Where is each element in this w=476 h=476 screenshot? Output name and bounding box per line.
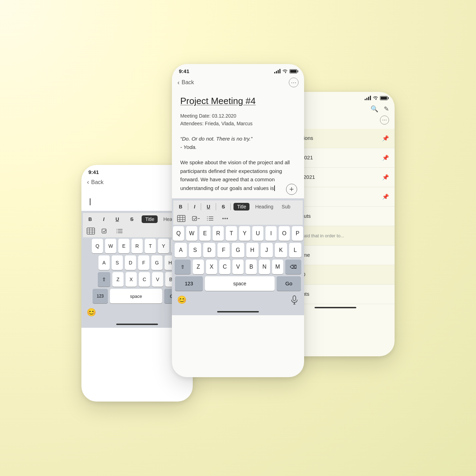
key-x-l[interactable]: X (126, 272, 137, 287)
home-bar-line-center (217, 311, 259, 312)
key-w[interactable]: W (186, 226, 197, 241)
note-body-text: We spoke about the vision of the project… (180, 159, 290, 191)
italic-btn-left[interactable]: I (100, 215, 107, 223)
strikethrough-btn-left[interactable]: S (127, 215, 136, 223)
key-k[interactable]: K (275, 243, 287, 257)
key-r[interactable]: R (213, 226, 224, 241)
key-space-l[interactable]: space (110, 289, 162, 303)
title-style-btn-left[interactable]: Title (142, 215, 158, 223)
status-icons-center (274, 69, 297, 73)
svg-rect-19 (87, 228, 95, 234)
checklist-icon[interactable] (191, 214, 201, 223)
bold-btn-left[interactable]: B (86, 215, 95, 223)
key-s-l[interactable]: S (112, 255, 123, 270)
key-i[interactable]: I (265, 226, 277, 241)
key-w-l[interactable]: W (105, 239, 116, 253)
key-p[interactable]: P (292, 226, 303, 241)
wifi-icon-center (282, 69, 288, 73)
key-o[interactable]: O (279, 226, 290, 241)
table-icon-left[interactable] (86, 227, 96, 235)
more-button-center[interactable]: ⋯ (289, 78, 299, 87)
key-j[interactable]: J (261, 243, 273, 257)
note-body: We spoke about the vision of the project… (180, 158, 296, 193)
battery-icon-center (289, 69, 297, 73)
key-x[interactable]: X (206, 260, 217, 274)
more-format-icon[interactable] (220, 214, 230, 223)
divider (201, 203, 201, 210)
key-r-l[interactable]: R (132, 239, 143, 253)
underline-btn-left[interactable]: U (113, 215, 122, 223)
key-space[interactable]: space (205, 276, 275, 291)
key-d[interactable]: D (203, 243, 215, 257)
kb-row-4: 123 space Go (175, 276, 301, 291)
key-d-l[interactable]: D (125, 255, 136, 270)
format-bar-2 (173, 213, 303, 225)
key-b[interactable]: B (246, 260, 257, 274)
key-f[interactable]: F (217, 243, 230, 257)
note-content-area[interactable]: Project Meeting #4 Meeting Date: 03.12.2… (172, 90, 304, 198)
emoji-key[interactable]: 😊 (175, 293, 189, 307)
key-g-l[interactable]: G (151, 255, 162, 270)
compose-icon[interactable]: ✎ (384, 105, 389, 113)
note-title: Project Meeting #4 (180, 96, 296, 106)
key-v[interactable]: V (232, 260, 244, 274)
wifi-icon (373, 96, 378, 100)
svg-point-14 (224, 218, 226, 219)
key-q-l[interactable]: Q (92, 239, 103, 253)
underline-btn[interactable]: U (204, 203, 213, 211)
blank-cursor (90, 198, 90, 205)
key-a-l[interactable]: A (98, 255, 110, 270)
sub-style-btn[interactable]: Sub (279, 203, 293, 211)
key-123-l[interactable]: 123 (93, 289, 108, 303)
key-shift[interactable]: ⇧ (175, 260, 191, 274)
key-s[interactable]: S (189, 243, 201, 257)
divider (230, 203, 231, 210)
key-l[interactable]: L (289, 243, 301, 257)
pin-icon: 📌 (382, 135, 389, 142)
key-c[interactable]: C (219, 260, 230, 274)
key-shift-l[interactable]: ⇧ (98, 272, 110, 287)
key-e[interactable]: E (199, 226, 211, 241)
back-button-center[interactable]: ‹ Back (177, 79, 194, 86)
title-style-btn[interactable]: Title (233, 203, 249, 211)
key-c-l[interactable]: C (139, 272, 150, 287)
pin-icon: 📌 (382, 174, 389, 181)
bold-btn[interactable]: B (176, 203, 185, 211)
key-delete[interactable]: ⌫ (285, 260, 301, 274)
mic-key[interactable] (287, 293, 301, 307)
header-icons: 🔍 ✎ (371, 105, 389, 113)
key-u[interactable]: U (252, 226, 263, 241)
key-y-l[interactable]: Y (158, 239, 169, 253)
format-bar-1: B I U S Title Heading Sub (173, 200, 303, 213)
list-more-btn[interactable]: ⋯ (380, 116, 389, 125)
bullet-list-icon[interactable] (205, 214, 216, 223)
key-z-l[interactable]: Z (112, 272, 124, 287)
key-g[interactable]: G (232, 243, 244, 257)
strikethrough-btn[interactable]: S (219, 203, 228, 211)
back-button-left[interactable]: ‹ Back (87, 178, 104, 186)
emoji-key-left[interactable]: 😊 (84, 306, 98, 319)
svg-rect-5 (192, 216, 197, 221)
table-icon[interactable] (176, 214, 187, 223)
add-button[interactable]: + (286, 184, 297, 195)
key-t[interactable]: T (226, 226, 237, 241)
bullet-list-icon-left[interactable] (115, 227, 125, 235)
key-n[interactable]: N (259, 260, 270, 274)
italic-btn[interactable]: I (191, 203, 198, 211)
key-z[interactable]: Z (193, 260, 204, 274)
key-q[interactable]: Q (173, 226, 184, 241)
checklist-icon-left[interactable] (100, 227, 111, 235)
key-h[interactable]: H (246, 243, 259, 257)
key-e-l[interactable]: E (118, 239, 129, 253)
key-a[interactable]: A (175, 243, 187, 257)
key-123[interactable]: 123 (175, 276, 203, 291)
key-go[interactable]: Go (277, 276, 301, 291)
status-time-left: 9:41 (88, 169, 99, 175)
key-f-l[interactable]: F (138, 255, 149, 270)
key-v-l[interactable]: V (152, 272, 163, 287)
heading-style-btn[interactable]: Heading (252, 203, 276, 211)
key-m[interactable]: M (272, 260, 283, 274)
key-y[interactable]: Y (239, 226, 250, 241)
key-t-l[interactable]: T (145, 239, 156, 253)
search-icon[interactable]: 🔍 (371, 105, 378, 113)
